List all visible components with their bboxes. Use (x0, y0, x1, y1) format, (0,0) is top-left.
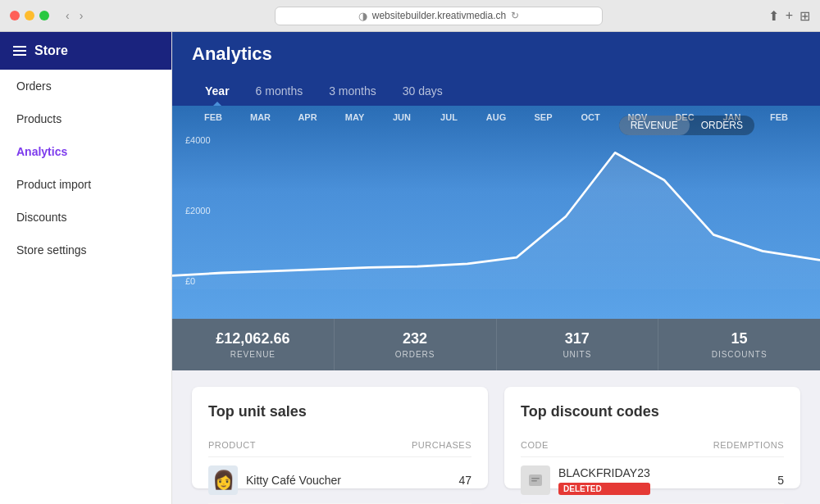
sidebar-item-orders[interactable]: Orders (0, 70, 171, 102)
browser-actions: ⬆ + ⊞ (768, 8, 810, 24)
purchases-value: 47 (458, 474, 472, 487)
close-button[interactable] (10, 11, 20, 20)
tab-3-months[interactable]: 3 months (316, 76, 390, 106)
sidebar-title: Store (34, 43, 68, 58)
code-icon (521, 465, 550, 495)
orders-toggle[interactable]: ORDERS (690, 116, 754, 135)
unit-sales-row: 👩 Kitty Café Voucher 47 (208, 457, 472, 504)
stat-value: 232 (346, 330, 485, 347)
address-bar[interactable]: ◑ websitebuilder.kreativmedia.ch ↻ (275, 7, 603, 25)
stat-revenue: £12,062.66REVENUE (172, 319, 335, 370)
sidebar-item-analytics[interactable]: Analytics (0, 135, 171, 168)
code-details: BLACKFRIDAY23 DELETED (558, 466, 650, 495)
sidebar-header: Store (0, 32, 171, 70)
svg-rect-1 (531, 478, 540, 479)
month-label-may: MAY (339, 112, 371, 122)
sidebar-item-products[interactable]: Products (0, 102, 171, 135)
y-label-4000: £4000 (185, 135, 211, 145)
code-info-wrapper: BLACKFRIDAY23 DELETED (521, 465, 650, 495)
reload-icon: ↻ (511, 10, 519, 21)
month-label-feb: FEB (197, 112, 230, 122)
main-content: Analytics Year6 months3 months30 days RE… (172, 32, 820, 504)
top-discount-codes-card: Top discount codes CODE REDEMPTIONS BLAC… (504, 387, 800, 488)
redemptions-value: 5 (777, 474, 784, 487)
bottom-section: Top unit sales PRODUCT PURCHASES 👩 Kitty… (172, 370, 820, 504)
sidebar: Store OrdersProductsAnalyticsProduct imp… (0, 32, 172, 504)
url-text: websitebuilder.kreativmedia.ch (372, 10, 506, 21)
stat-value: 317 (508, 330, 647, 347)
month-label-feb: FEB (763, 112, 795, 122)
nav-list: OrdersProductsAnalyticsProduct importDis… (0, 70, 171, 266)
col-product: PRODUCT (208, 440, 256, 450)
col-code: CODE (521, 440, 549, 450)
tab-year[interactable]: Year (192, 76, 243, 106)
month-label-sep: SEP (527, 112, 560, 122)
tab-6-months[interactable]: 6 months (243, 76, 317, 106)
y-label-2000: £2000 (185, 206, 211, 216)
maximize-button[interactable] (39, 11, 49, 20)
chart-area: REVENUE ORDERS £4000 £2000 £0 FEBMARAPRM… (172, 106, 820, 319)
stat-value: £12,062.66 (184, 330, 322, 347)
product-info: 👩 Kitty Café Voucher (208, 465, 341, 495)
stat-label: ORDERS (346, 350, 485, 359)
col-purchases: PURCHASES (412, 440, 472, 450)
stat-units: 317UNITS (497, 319, 659, 370)
grid-button[interactable]: ⊞ (800, 8, 810, 24)
tabs-bar: Year6 months3 months30 days (172, 76, 820, 106)
tab-30-days[interactable]: 30 days (390, 76, 456, 106)
window-controls (10, 11, 49, 20)
hamburger-icon[interactable] (13, 46, 26, 56)
app-container: Store OrdersProductsAnalyticsProduct imp… (0, 32, 820, 504)
chart-toggle: REVENUE ORDERS (619, 116, 754, 135)
sidebar-item-product-import[interactable]: Product import (0, 168, 171, 201)
month-label-apr: APR (291, 112, 324, 122)
discount-header: CODE REDEMPTIONS (521, 434, 784, 457)
sidebar-item-store-settings[interactable]: Store settings (0, 234, 171, 266)
month-label-jun: JUN (385, 112, 418, 122)
stat-label: REVENUE (184, 350, 322, 359)
stat-label: UNITS (508, 350, 647, 359)
product-name: Kitty Café Voucher (246, 474, 341, 487)
nav-buttons: ‹ › (62, 7, 86, 24)
page-title: Analytics (192, 43, 800, 65)
product-thumbnail: 👩 (208, 465, 238, 495)
revenue-toggle[interactable]: REVENUE (619, 116, 690, 135)
svg-rect-2 (531, 480, 537, 482)
col-redemptions: REDEMPTIONS (713, 440, 784, 450)
month-label-jul: JUL (433, 112, 466, 122)
top-unit-sales-card: Top unit sales PRODUCT PURCHASES 👩 Kitty… (192, 387, 488, 488)
browser-chrome: ‹ › ◑ websitebuilder.kreativmedia.ch ↻ ⬆… (0, 0, 820, 32)
month-label-oct: OCT (574, 112, 607, 122)
month-label-aug: AUG (480, 112, 512, 122)
stat-label: DISCOUNTS (670, 350, 809, 359)
new-tab-button[interactable]: + (786, 8, 793, 23)
top-discount-codes-title: Top discount codes (521, 403, 784, 420)
share-button[interactable]: ⬆ (768, 8, 779, 24)
top-unit-sales-title: Top unit sales (208, 403, 472, 420)
stat-discounts: 15DISCOUNTS (658, 319, 820, 370)
discount-row: BLACKFRIDAY23 DELETED 5 (521, 457, 784, 504)
minimize-button[interactable] (25, 11, 34, 20)
unit-sales-header: PRODUCT PURCHASES (208, 434, 472, 457)
y-label-0: £0 (185, 276, 195, 286)
line-chart (172, 125, 820, 289)
month-label-mar: MAR (244, 112, 277, 122)
deleted-badge: DELETED (558, 483, 650, 495)
main-header: Analytics (172, 32, 820, 76)
forward-button[interactable]: › (76, 7, 87, 24)
stats-bar: £12,062.66REVENUE232ORDERS317UNITS15DISC… (172, 319, 820, 370)
stat-orders: 232ORDERS (335, 319, 497, 370)
discount-code: BLACKFRIDAY23 (558, 466, 650, 479)
stat-value: 15 (670, 330, 809, 347)
back-button[interactable]: ‹ (62, 7, 73, 24)
sidebar-item-discounts[interactable]: Discounts (0, 201, 171, 234)
